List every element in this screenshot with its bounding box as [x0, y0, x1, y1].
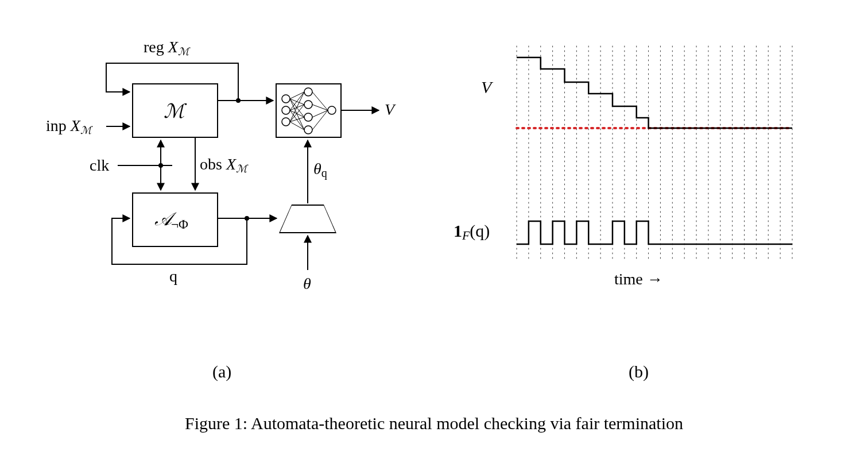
indicator-label: 1F(q) [454, 221, 490, 243]
M-label: ℳ [164, 99, 184, 122]
panel-a: ℳ 𝒜¬Φ inp Xℳ reg Xℳ obs Xℳ clk q θ θq V [57, 34, 413, 356]
A-label: 𝒜¬Φ [155, 209, 188, 232]
sublabel-b: (b) [629, 362, 649, 381]
reg-label: reg Xℳ [144, 38, 189, 58]
panel-a-wires-svg [57, 34, 413, 356]
time-axis-label: time → [614, 270, 663, 288]
theta-label: θ [303, 275, 311, 293]
V-output-label: V [385, 101, 394, 119]
panel-b: V 1F(q) time → [471, 43, 815, 342]
q-label: q [169, 267, 177, 286]
mux-trapezoid-inner [280, 206, 335, 232]
figure-caption: Figure 1: Automata-theoretic neural mode… [0, 414, 868, 433]
panel-b-svg [471, 43, 815, 342]
obs-label: obs Xℳ [200, 155, 247, 175]
V-axis-label: V [481, 78, 491, 97]
neural-net-box [276, 83, 342, 138]
inp-label: inp Xℳ [46, 117, 91, 137]
clk-label: clk [90, 156, 109, 175]
sublabel-a: (a) [212, 362, 231, 381]
figure-wrap: ℳ 𝒜¬Φ inp Xℳ reg Xℳ obs Xℳ clk q θ θq V … [0, 0, 868, 455]
theta-q-label: θq [313, 160, 327, 180]
